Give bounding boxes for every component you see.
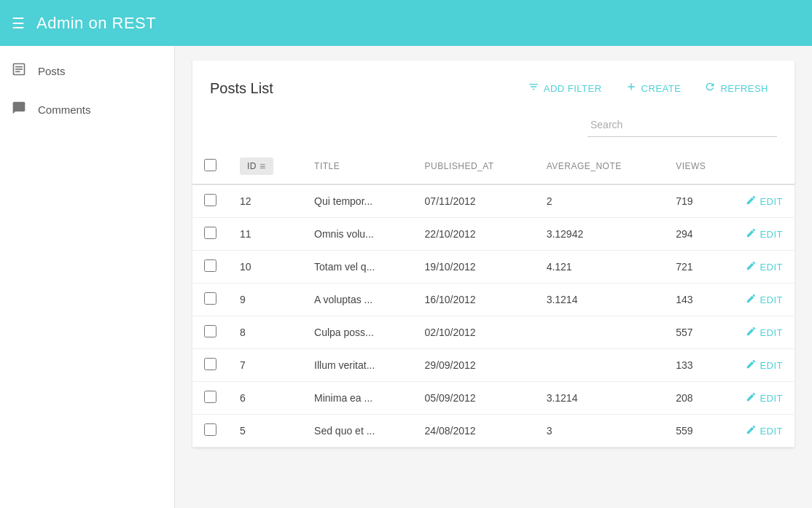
table-row: 12 Qui tempor... 07/11/2012 2 719 EDIT — [192, 184, 795, 218]
sidebar-item-posts-label: Posts — [38, 65, 66, 77]
search-container — [192, 113, 795, 149]
row-id: 5 — [228, 415, 302, 448]
sort-icon: ≡ — [259, 160, 266, 172]
main-content: Posts List ADD FILTER — [175, 46, 812, 508]
th-actions — [734, 149, 795, 184]
edit-button[interactable]: EDIT — [746, 391, 783, 405]
row-views: 721 — [664, 251, 734, 284]
edit-button[interactable]: EDIT — [746, 424, 783, 437]
table-row: 9 A voluptas ... 16/10/2012 3.1214 143 E… — [192, 284, 795, 316]
row-id: 8 — [228, 316, 302, 349]
create-plus-icon — [625, 81, 637, 95]
card-header: Posts List ADD FILTER — [192, 60, 795, 113]
app-title: Admin on REST — [36, 14, 156, 33]
row-views: 557 — [664, 316, 734, 349]
edit-icon — [746, 260, 757, 273]
row-checkbox-cell — [192, 184, 228, 218]
refresh-icon — [704, 81, 716, 95]
row-checkbox[interactable] — [204, 194, 216, 206]
posts-table: ID ≡ TITLE PUBLISHED_AT AVE — [192, 149, 795, 448]
row-checkbox[interactable] — [204, 423, 216, 436]
edit-icon — [746, 326, 757, 339]
search-input[interactable] — [587, 113, 777, 137]
row-views: 208 — [664, 382, 734, 415]
select-all-checkbox[interactable] — [204, 159, 216, 171]
refresh-button[interactable]: REFRESH — [695, 75, 777, 101]
th-published-at: PUBLISHED_AT — [413, 149, 535, 184]
edit-button[interactable]: EDIT — [746, 195, 783, 208]
row-average-note: 2 — [535, 184, 665, 218]
row-average-note: 3 — [535, 415, 665, 448]
row-published-at: 16/10/2012 — [413, 284, 535, 316]
row-published-at: 07/11/2012 — [413, 184, 535, 218]
row-views: 719 — [664, 184, 734, 218]
table-head: ID ≡ TITLE PUBLISHED_AT AVE — [192, 149, 795, 184]
row-checkbox-cell — [192, 316, 228, 349]
table-wrapper: ID ≡ TITLE PUBLISHED_AT AVE — [192, 149, 795, 448]
row-average-note — [535, 316, 665, 349]
menu-icon[interactable]: ☰ — [12, 15, 25, 32]
row-id: 9 — [228, 284, 302, 316]
row-checkbox[interactable] — [204, 391, 216, 403]
row-checkbox-cell — [192, 251, 228, 284]
edit-button[interactable]: EDIT — [746, 260, 783, 273]
row-actions-cell: EDIT — [734, 382, 795, 415]
row-checkbox-cell — [192, 349, 228, 382]
row-checkbox[interactable] — [204, 259, 216, 272]
sidebar-item-posts[interactable]: Posts — [0, 52, 174, 90]
row-checkbox-cell — [192, 218, 228, 251]
create-button[interactable]: CREATE — [617, 75, 690, 101]
row-title: Omnis volu... — [302, 218, 413, 251]
row-checkbox[interactable] — [204, 325, 216, 337]
row-title: Minima ea ... — [302, 382, 413, 415]
select-all-header — [192, 149, 228, 184]
refresh-label: REFRESH — [720, 83, 768, 94]
sidebar: Posts Comments — [0, 46, 175, 508]
table-row: 11 Omnis volu... 22/10/2012 3.12942 294 … — [192, 218, 795, 251]
row-published-at: 19/10/2012 — [413, 251, 535, 284]
add-filter-button[interactable]: ADD FILTER — [519, 75, 611, 101]
row-id: 11 — [228, 218, 302, 251]
sidebar-item-comments-label: Comments — [38, 103, 91, 116]
row-id: 10 — [228, 251, 302, 284]
layout: Posts Comments Posts List — [0, 46, 812, 508]
svg-rect-1 — [15, 66, 23, 68]
svg-rect-2 — [15, 69, 23, 70]
row-checkbox[interactable] — [204, 358, 216, 370]
row-views: 294 — [664, 218, 734, 251]
th-id: ID ≡ — [228, 149, 302, 184]
table-body: 12 Qui tempor... 07/11/2012 2 719 EDIT 1… — [192, 184, 795, 448]
table-row: 8 Culpa poss... 02/10/2012 557 EDIT — [192, 316, 795, 349]
row-id: 12 — [228, 184, 302, 218]
row-actions-cell: EDIT — [734, 284, 795, 316]
edit-button[interactable]: EDIT — [746, 227, 783, 241]
row-checkbox[interactable] — [204, 227, 216, 239]
table-row: 10 Totam vel q... 19/10/2012 4.121 721 E… — [192, 251, 795, 284]
table-row: 6 Minima ea ... 05/09/2012 3.1214 208 ED… — [192, 382, 795, 415]
row-title: Sed quo et ... — [302, 415, 413, 448]
row-published-at: 22/10/2012 — [413, 218, 535, 251]
create-label: CREATE — [641, 83, 682, 94]
row-average-note: 3.1214 — [535, 284, 665, 316]
row-views: 143 — [664, 284, 734, 316]
card-actions: ADD FILTER CREATE — [519, 75, 777, 101]
edit-button[interactable]: EDIT — [746, 293, 783, 306]
app-header: ☰ Admin on REST — [0, 0, 812, 46]
row-average-note — [535, 349, 665, 382]
svg-rect-3 — [15, 71, 20, 73]
id-sort-button[interactable]: ID ≡ — [240, 157, 273, 175]
row-published-at: 05/09/2012 — [413, 382, 535, 415]
row-title: Qui tempor... — [302, 184, 413, 218]
row-id: 7 — [228, 349, 302, 382]
row-views: 559 — [664, 415, 734, 448]
posts-card: Posts List ADD FILTER — [192, 60, 795, 448]
row-published-at: 24/08/2012 — [413, 415, 535, 448]
edit-button[interactable]: EDIT — [746, 359, 783, 372]
edit-icon — [746, 359, 757, 372]
row-actions-cell: EDIT — [734, 218, 795, 251]
edit-button[interactable]: EDIT — [746, 326, 783, 339]
row-checkbox-cell — [192, 415, 228, 448]
sidebar-item-comments[interactable]: Comments — [0, 90, 174, 129]
row-checkbox[interactable] — [204, 292, 216, 305]
row-actions-cell: EDIT — [734, 349, 795, 382]
